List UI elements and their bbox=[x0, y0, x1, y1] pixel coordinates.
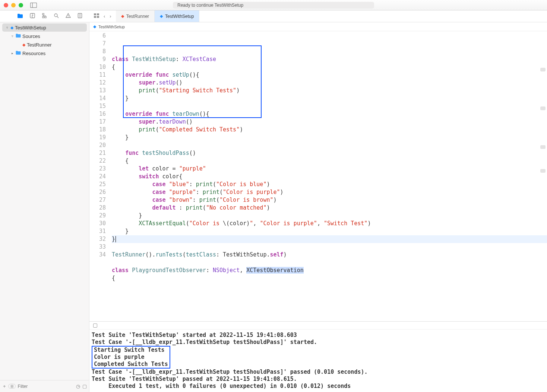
sidebar-toggle-icon[interactable] bbox=[29, 2, 38, 9]
tab-label: TestWithSetup bbox=[165, 14, 194, 19]
swift-file-icon: ◆ bbox=[22, 42, 25, 47]
svg-rect-7 bbox=[45, 16, 46, 18]
sidebar-item-sources[interactable]: ▿ Sources bbox=[2, 32, 87, 40]
source-control-filter-icon[interactable]: ▢ bbox=[82, 383, 87, 389]
tab-label: TestRunner bbox=[126, 14, 149, 19]
folder-icon bbox=[16, 51, 21, 56]
svg-rect-6 bbox=[42, 16, 44, 18]
svg-rect-21 bbox=[94, 16, 96, 18]
folder-icon bbox=[16, 34, 21, 39]
swift-icon: ◆ bbox=[93, 24, 96, 29]
add-button[interactable]: + bbox=[3, 383, 6, 389]
navigator-filter-bar: + ⊞ ◷ ▢ bbox=[0, 380, 89, 392]
chevron-down-icon[interactable]: ▿ bbox=[5, 26, 9, 29]
recent-icon[interactable]: ◷ bbox=[76, 383, 80, 389]
svg-line-12 bbox=[57, 16, 59, 18]
maximize-icon[interactable] bbox=[19, 3, 23, 7]
nav-forward-icon[interactable]: › bbox=[108, 13, 113, 20]
toolbar-row: ‹ › ◆ TestRunner ◆ TestWithSetup bbox=[0, 10, 547, 22]
swift-icon: ◆ bbox=[160, 14, 163, 19]
console-highlight-box: Starting Switch TestsColor is purpleComp… bbox=[92, 346, 170, 369]
svg-rect-22 bbox=[97, 16, 99, 18]
source-control-nav-icon[interactable] bbox=[30, 13, 35, 19]
playground-icon: ◆ bbox=[10, 25, 13, 30]
minimize-icon[interactable] bbox=[11, 3, 16, 7]
svg-rect-20 bbox=[97, 13, 99, 15]
minimap bbox=[540, 31, 546, 321]
source-editor[interactable]: 6789101112131415161718192021222324252627… bbox=[89, 31, 547, 321]
chevron-right-icon[interactable]: ▸ bbox=[10, 51, 14, 55]
svg-point-14 bbox=[68, 16, 69, 17]
code-content[interactable]: class TestWithSetup: XCTestCase{ overrid… bbox=[110, 31, 547, 321]
svg-rect-5 bbox=[42, 13, 44, 15]
titlebar: Ready to continue TestWithSetup bbox=[0, 0, 547, 10]
sidebar-item-testrunner[interactable]: ◆ TestRunner bbox=[2, 41, 87, 49]
breakpoint-toggle-icon[interactable] bbox=[93, 324, 97, 328]
tab-testwithsetup[interactable]: ◆ TestWithSetup bbox=[155, 10, 199, 22]
project-navigator[interactable]: ▿ ◆ TestWithSetup ▿ Sources ◆ TestRunner bbox=[0, 22, 89, 380]
line-gutter: 6789101112131415161718192021222324252627… bbox=[89, 31, 110, 321]
svg-rect-0 bbox=[31, 3, 37, 7]
swift-icon: ◆ bbox=[121, 14, 124, 19]
folder-label: Resources bbox=[22, 51, 45, 56]
filter-input[interactable] bbox=[18, 384, 74, 389]
folder-label: Sources bbox=[22, 34, 40, 39]
symbol-nav-icon[interactable] bbox=[42, 13, 47, 19]
folder-nav-icon[interactable] bbox=[17, 13, 23, 19]
svg-rect-19 bbox=[94, 13, 96, 15]
breadcrumb-label: TestWithSetup bbox=[98, 25, 125, 29]
find-nav-icon[interactable] bbox=[54, 13, 59, 19]
status-pill[interactable]: Ready to continue TestWithSetup bbox=[173, 2, 374, 9]
debug-bar bbox=[89, 321, 547, 329]
navigator-sidebar: ▿ ◆ TestWithSetup ▿ Sources ◆ TestRunner bbox=[0, 22, 89, 392]
jump-bar[interactable]: ◆ TestWithSetup bbox=[89, 22, 547, 31]
related-items-icon[interactable] bbox=[92, 13, 101, 20]
nav-back-icon[interactable]: ‹ bbox=[102, 13, 107, 20]
filter-scope-icon[interactable]: ⊞ bbox=[8, 384, 16, 389]
editor-area: ◆ TestWithSetup 678910111213141516171819… bbox=[89, 22, 547, 392]
console-output[interactable]: Test Suite 'TestWithSetup' started at 20… bbox=[89, 329, 547, 392]
issue-nav-icon[interactable] bbox=[66, 13, 71, 19]
navigator-selector bbox=[0, 10, 89, 22]
main-split: ▿ ◆ TestWithSetup ▿ Sources ◆ TestRunner bbox=[0, 22, 547, 392]
svg-point-11 bbox=[54, 14, 57, 17]
chevron-down-icon[interactable]: ▿ bbox=[10, 34, 14, 38]
report-nav-icon[interactable] bbox=[78, 13, 82, 19]
traffic-lights bbox=[4, 3, 23, 7]
xcode-window: Ready to continue TestWithSetup bbox=[0, 0, 547, 392]
tab-testrunner[interactable]: ◆ TestRunner bbox=[116, 10, 155, 22]
project-label: TestWithSetup bbox=[15, 25, 46, 31]
sidebar-item-resources[interactable]: ▸ Resources bbox=[2, 49, 87, 57]
file-label: TestRunner bbox=[27, 42, 51, 48]
close-icon[interactable] bbox=[4, 3, 8, 7]
editor-tab-bar: ‹ › ◆ TestRunner ◆ TestWithSetup bbox=[89, 10, 547, 22]
project-root[interactable]: ▿ ◆ TestWithSetup bbox=[2, 23, 87, 32]
